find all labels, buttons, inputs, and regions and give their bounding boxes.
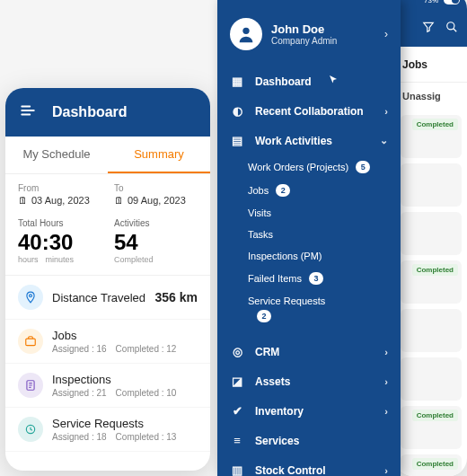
to-value: 09 Aug, 2023 xyxy=(128,195,186,206)
chevron-right-icon: › xyxy=(384,406,388,417)
svg-point-0 xyxy=(447,22,454,29)
avatar-icon xyxy=(230,18,262,50)
page-title: Dashboard xyxy=(52,104,128,120)
nav-service-requests-badge-row: 2 xyxy=(217,312,401,328)
status-badge: Completed xyxy=(412,119,458,130)
chevron-right-icon: › xyxy=(384,106,388,117)
count-badge: 2 xyxy=(257,310,271,322)
status-badge: Completed xyxy=(412,264,458,276)
inventory-icon: ✔ xyxy=(230,404,244,418)
briefcase-icon xyxy=(18,329,43,354)
to-label: To xyxy=(114,183,198,193)
nav-service-requests[interactable]: Service Requests xyxy=(217,290,401,312)
status-bar: 73% xyxy=(395,0,467,9)
profile-name: John Doe xyxy=(271,22,337,36)
nav-jobs[interactable]: Jobs 2 xyxy=(217,179,401,202)
stat-total-hours: Total Hours 40:30 hoursminutes xyxy=(18,218,101,264)
inspection-icon xyxy=(18,373,43,398)
nav-work-activities[interactable]: ▤ Work Activities ⌄ xyxy=(217,126,401,155)
date-range-row: From 🗓03 Aug, 2023 To 🗓09 Aug, 2023 xyxy=(5,174,210,209)
phone-right-background: 73% Jobs Unassig Completed Completed Com… xyxy=(395,0,467,476)
tab-my-schedule[interactable]: My Schedule xyxy=(5,137,108,173)
row-service-requests[interactable]: Service Requests Assigned : 18 Completed… xyxy=(5,408,210,452)
count-badge: 5 xyxy=(356,161,370,173)
calendar-icon: 🗓 xyxy=(114,195,124,206)
job-card[interactable]: Completed xyxy=(401,115,462,158)
search-icon[interactable] xyxy=(445,21,458,36)
profile-section[interactable]: John Doe Company Admin › xyxy=(217,0,401,66)
nav-assets[interactable]: ◪ Assets › xyxy=(217,366,401,396)
stock-icon: ▥ xyxy=(230,463,244,476)
svg-rect-2 xyxy=(26,339,36,346)
toggle-icon xyxy=(444,0,460,4)
row-jobs[interactable]: Jobs Assigned : 16 Completed : 12 xyxy=(5,320,210,364)
nav-crm[interactable]: ◎ CRM › xyxy=(217,337,401,366)
nav-recent-collaboration[interactable]: ◐ Recent Collaboration › xyxy=(217,96,401,126)
nav-dashboard[interactable]: ▦ Dashboard xyxy=(217,66,401,96)
chevron-right-icon: › xyxy=(384,465,388,476)
row-distance[interactable]: Distance Traveled 356 km xyxy=(5,276,210,320)
job-card[interactable] xyxy=(401,163,462,207)
stat-activities: Activities 54 Completed xyxy=(114,218,198,264)
nav-work-orders[interactable]: Work Orders (Projects) 5 xyxy=(217,155,401,179)
row-inspections[interactable]: Inspections Assigned : 21 Completed : 10 xyxy=(5,364,210,408)
chevron-right-icon: › xyxy=(384,347,388,357)
nav-inspections[interactable]: Inspections (PM) xyxy=(217,245,401,267)
job-card[interactable] xyxy=(401,309,462,352)
svg-point-1 xyxy=(30,295,32,297)
nav-visits[interactable]: Visits xyxy=(217,202,401,224)
nav-inventory[interactable]: ✔ Inventory › xyxy=(217,396,401,426)
nav-drawer: John Doe Company Admin › ▦ Dashboard ◐ R… xyxy=(217,0,401,476)
nav-failed-items[interactable]: Failed Items 3 xyxy=(217,267,401,290)
count-badge: 2 xyxy=(276,184,290,197)
menu-icon[interactable] xyxy=(20,102,36,123)
cursor-icon xyxy=(328,75,339,88)
svg-point-5 xyxy=(242,28,249,34)
right-header xyxy=(395,9,467,47)
status-badge: Completed xyxy=(412,458,458,470)
clock-icon: ◐ xyxy=(230,104,244,118)
chevron-right-icon: › xyxy=(384,376,388,387)
battery-percent: 73% xyxy=(424,0,438,4)
calendar-icon: 🗓 xyxy=(18,195,28,206)
count-badge: 3 xyxy=(309,272,323,285)
tabs: My Schedule Summary xyxy=(5,137,210,174)
job-card[interactable]: Completed xyxy=(401,406,462,449)
assets-icon: ◪ xyxy=(230,375,244,388)
job-card[interactable] xyxy=(401,212,462,255)
status-badge: Completed xyxy=(412,410,458,421)
right-subtab-unassigned[interactable]: Unassig xyxy=(395,83,467,110)
from-label: From xyxy=(18,183,101,193)
services-icon: ≡ xyxy=(230,434,244,447)
tab-summary[interactable]: Summary xyxy=(108,137,210,173)
from-value: 03 Aug, 2023 xyxy=(31,195,90,206)
grid-icon: ▦ xyxy=(230,75,244,88)
stats-row: Total Hours 40:30 hoursminutes Activitie… xyxy=(5,209,210,276)
filter-icon[interactable] xyxy=(422,21,435,36)
nav-stock-control[interactable]: ▥ Stock Control › xyxy=(217,455,401,476)
job-card[interactable]: Completed xyxy=(401,454,462,476)
distance-value: 356 km xyxy=(155,290,198,304)
clipboard-icon: ▤ xyxy=(230,134,244,147)
right-tab-jobs[interactable]: Jobs xyxy=(395,47,467,83)
nav-services[interactable]: ≡ Services xyxy=(217,426,401,455)
chevron-right-icon: › xyxy=(384,28,388,40)
left-header: Dashboard xyxy=(5,88,210,137)
date-from[interactable]: From 🗓03 Aug, 2023 xyxy=(18,183,101,206)
job-card[interactable] xyxy=(401,357,462,401)
chevron-down-icon: ⌄ xyxy=(380,135,388,146)
job-card[interactable]: Completed xyxy=(401,260,462,304)
service-request-icon xyxy=(18,417,43,442)
crm-icon: ◎ xyxy=(230,345,244,358)
nav-tasks[interactable]: Tasks xyxy=(217,224,401,245)
date-to[interactable]: To 🗓09 Aug, 2023 xyxy=(114,183,198,206)
location-icon xyxy=(18,285,43,310)
phone-left: Dashboard My Schedule Summary From 🗓03 A… xyxy=(5,88,210,471)
profile-role: Company Admin xyxy=(271,36,337,46)
